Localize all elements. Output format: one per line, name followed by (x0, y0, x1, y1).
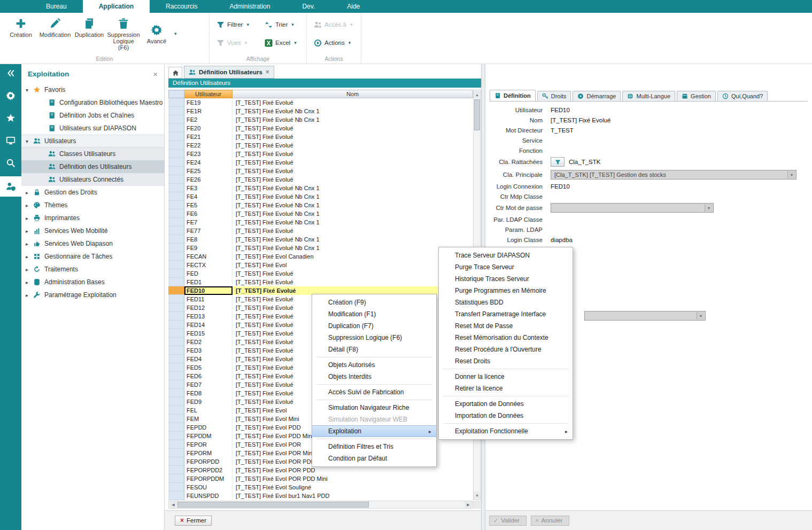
field-combo[interactable]: ▾ (551, 203, 714, 213)
row-gutter[interactable] (168, 201, 184, 209)
row-gutter[interactable] (168, 252, 184, 261)
table-row[interactable]: FE77[T_TEST] Fixé Evolué (168, 227, 473, 235)
menu-item-exploitation[interactable]: Exploitation▸ (312, 425, 436, 437)
menu-item-exportation-de-donnees[interactable]: Exportation de Données (439, 398, 573, 410)
menu-item-reset-procedure-a-l-ouverture[interactable]: Reset Procédure à l'Ouverture (439, 344, 573, 355)
row-gutter[interactable] (168, 406, 184, 415)
row-gutter[interactable] (168, 115, 184, 124)
tree-item-imprimantes[interactable]: ▸Imprimantes (21, 212, 164, 224)
menu-item-detail-f8[interactable]: Détail (F8) (312, 344, 436, 355)
row-gutter[interactable] (168, 432, 184, 440)
row-gutter[interactable] (168, 209, 184, 218)
table-row[interactable]: FE4[T_TEST] Fixé Evolué Nb Cnx 1 (168, 192, 473, 201)
star-strip-button[interactable] (0, 109, 21, 127)
menu-dev[interactable]: Dev. (286, 0, 331, 13)
scroll-left-icon[interactable]: ◀ (169, 501, 177, 508)
valider-button[interactable]: ✓Valider (489, 516, 527, 526)
row-gutter[interactable] (168, 278, 184, 286)
modification-button[interactable]: Modification (38, 15, 72, 39)
menu-raccourcis[interactable]: Raccourcis (150, 0, 213, 13)
extra-combo[interactable]: ▾ (584, 311, 706, 321)
table-row[interactable]: FE26[T_TEST] Fixé Evolué (168, 175, 473, 184)
table-row[interactable]: FE3[T_TEST] Fixé Evolué Nb Cnx 1 (168, 184, 473, 192)
table-row[interactable]: FED[T_TEST] Fixé Evolué (168, 269, 473, 278)
menu-item-purge-trace-serveur[interactable]: Purge Trace Serveur (439, 261, 573, 273)
tree-item-definition-des-utilisateurs[interactable]: Définition des Utilisateurs (21, 160, 164, 173)
gear-strip-button[interactable] (0, 87, 21, 105)
column-header-nom[interactable]: Nom (233, 90, 473, 98)
tab-close-icon[interactable]: × (266, 68, 269, 76)
table-row[interactable]: FE7[T_TEST] Fixé Evolué Nb Cnx 1 (168, 218, 473, 227)
row-gutter[interactable] (168, 98, 184, 107)
tree-item-services-web-mobilite[interactable]: ▸Services Web Mobilité (21, 224, 164, 237)
row-gutter[interactable] (168, 150, 184, 158)
menu-item-retirer-la-licence[interactable]: Retirer la licence (439, 383, 573, 394)
row-gutter[interactable] (168, 389, 184, 398)
menu-item-modification-f1[interactable]: Modification (F1) (312, 308, 436, 320)
tree-item-utilisateurs-connectes[interactable]: Utilisateurs Connectés (21, 173, 164, 186)
horizontal-scrollbar[interactable]: ◀ ▶ (168, 501, 473, 509)
vertical-scroll-thumb[interactable] (474, 99, 480, 130)
panel-close-icon[interactable]: × (153, 69, 158, 79)
menu-item-transfert-parametrage-interface[interactable]: Transfert Parametrage Interface (439, 308, 573, 320)
column-header-utilisateur[interactable]: Utilisateur (184, 90, 233, 98)
row-gutter[interactable] (168, 227, 184, 235)
table-row[interactable]: FE24[T_TEST] Fixé Evolué (168, 158, 473, 167)
row-gutter[interactable] (168, 346, 184, 355)
field-combo[interactable]: [Cla_T_STK] [T_TEST] Gestion des stocks▾ (551, 170, 796, 180)
row-gutter[interactable] (168, 184, 184, 192)
row-gutter[interactable] (168, 132, 184, 141)
table-row[interactable]: FEUNSPDD[T_TEST] Fixé Evol bur1 Nav1 PDD (168, 492, 473, 500)
dropdown-arrow-icon[interactable]: ▾ (174, 31, 177, 36)
scroll-up-icon[interactable]: ▲ (474, 91, 481, 98)
row-gutter[interactable] (168, 107, 184, 115)
row-gutter[interactable] (168, 218, 184, 227)
row-gutter[interactable] (168, 457, 184, 466)
menu-administration[interactable]: Administration (213, 0, 286, 13)
tree-item-favoris[interactable]: ▾Favoris (21, 83, 164, 96)
table-row[interactable]: FE25[T_TEST] Fixé Evolué (168, 167, 473, 175)
tree-item-classes-utilisateurs[interactable]: Classes Utilisateurs (21, 147, 164, 160)
menu-item-definition-filtres-et-tris[interactable]: Définition Filtres et Tris (312, 441, 436, 453)
row-gutter[interactable] (168, 158, 184, 167)
user-shield-strip-button[interactable] (0, 176, 21, 197)
menu-item-statistiques-bdd[interactable]: Statistiques BDD (439, 297, 573, 308)
row-gutter[interactable] (168, 295, 184, 303)
table-row[interactable]: FE2[T_TEST] Fixé Evolué Nb Cnx 1 (168, 115, 473, 124)
menu-item-simulation-navigateur-riche[interactable]: Simulation Navigateur Riche (312, 402, 436, 414)
row-gutter[interactable] (168, 167, 184, 175)
table-row[interactable]: FE6[T_TEST] Fixé Evolué Nb Cnx 1 (168, 209, 473, 218)
row-gutter[interactable] (168, 175, 184, 184)
actions-button[interactable]: Actions▾ (312, 36, 361, 49)
annuler-button[interactable]: ×Annuler (531, 516, 569, 526)
creation-button[interactable]: Création (4, 15, 37, 39)
row-gutter[interactable] (168, 286, 184, 295)
tree-item-themes[interactable]: ▸Thèmes (21, 199, 164, 212)
row-gutter[interactable] (168, 312, 184, 321)
table-row[interactable]: FE5[T_TEST] Fixé Evolué Nb Cnx 1 (168, 201, 473, 209)
menu-item-reset-droits[interactable]: Reset Droits (439, 355, 573, 367)
row-gutter[interactable] (168, 244, 184, 252)
menu-item-donner-la-licence[interactable]: Donner la licence (439, 371, 573, 383)
tree-item-definition-jobs-et-chaines[interactable]: Définition Jobs et Chaînes (21, 109, 164, 122)
row-gutter[interactable] (168, 372, 184, 380)
row-gutter[interactable] (168, 355, 184, 363)
row-gutter[interactable] (168, 466, 184, 474)
tab-gestion[interactable]: Gestion (677, 91, 716, 101)
table-row[interactable]: FEPORPDDM[T_TEST] Fixé Evol POR PDD Mini (168, 474, 473, 483)
search-strip-button[interactable] (0, 154, 21, 172)
menu-item-suppression-logique-f6[interactable]: Suppression Logique (F6) (312, 332, 436, 344)
tab-droits[interactable]: Droits (537, 91, 571, 101)
row-gutter[interactable] (168, 192, 184, 201)
suppression-logique-f6-button[interactable]: Suppression Logique (F6) (107, 15, 140, 52)
horizontal-scroll-thumb[interactable] (177, 502, 369, 508)
scroll-down-icon[interactable]: ▼ (474, 492, 481, 499)
row-gutter[interactable] (168, 321, 184, 329)
menu-item-purge-programmes-en-memoire[interactable]: Purge Programmes en Mémoire (439, 285, 573, 297)
menu-item-duplication-f7[interactable]: Duplication (F7) (312, 320, 436, 332)
excel-button[interactable]: Excel▾ (263, 36, 308, 49)
row-gutter[interactable] (168, 440, 184, 449)
table-row[interactable]: FE20[T_TEST] Fixé Evolué (168, 124, 473, 132)
tree-item-gestion-des-droits[interactable]: ▸Gestion des Droits (21, 186, 164, 199)
menu-item-historique-traces-serveur[interactable]: Historique Traces Serveur (439, 273, 573, 285)
